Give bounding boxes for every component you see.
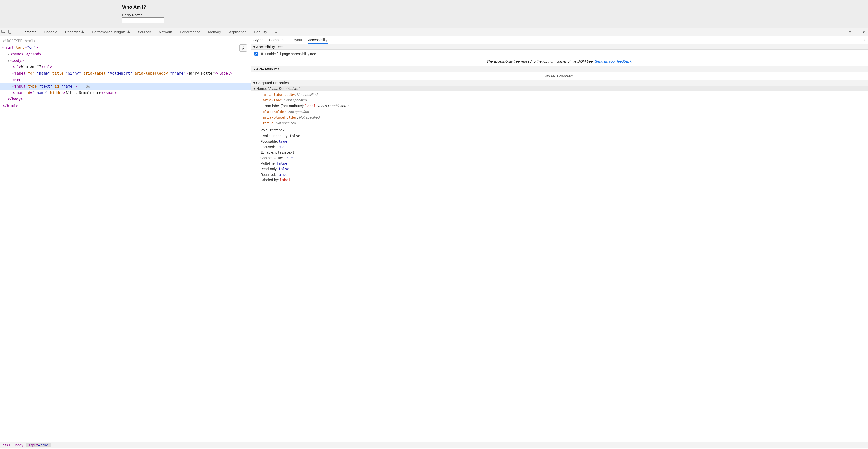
device-icon[interactable]: [8, 30, 12, 34]
svg-rect-1: [9, 30, 11, 33]
computed-name-row[interactable]: ▾ Name: "Albus Dumbledore": [251, 86, 868, 91]
breadcrumb-item[interactable]: body: [13, 443, 26, 447]
breadcrumb-item[interactable]: html: [0, 443, 13, 447]
name-source-row: aria-placeholder: Not specified: [263, 115, 866, 120]
enable-a11y-tree-label: Enable full-page accessibility tree: [265, 52, 316, 56]
svg-point-5: [857, 32, 857, 33]
a11y-hint: The accessibility tree moved to the top …: [251, 58, 868, 66]
svg-point-3: [857, 30, 857, 31]
close-icon[interactable]: [862, 30, 866, 34]
computed-prop-row: Labeled by: label: [260, 177, 866, 183]
computed-props-list: Role: textboxInvalid user entry: falseFo…: [251, 127, 868, 185]
page-heading: Who Am I?: [122, 4, 868, 10]
svg-point-4: [857, 31, 857, 32]
dom-html-close[interactable]: </html>: [1, 103, 251, 109]
computed-prop-row: Role: textbox: [260, 127, 866, 133]
tab-performance-insights[interactable]: Performance insights: [88, 28, 134, 36]
aria-none-text: No ARIA attributes: [251, 72, 868, 80]
computed-prop-row: Invalid user entry: false: [260, 133, 866, 139]
tabs-overflow[interactable]: »: [271, 28, 281, 36]
computed-prop-row: Focused: true: [260, 144, 866, 150]
dom-span[interactable]: <span id="hname" hidden>Albus Dumbledore…: [1, 90, 251, 96]
svg-point-2: [849, 31, 850, 32]
tab-performance[interactable]: Performance: [176, 28, 204, 36]
flask-icon: [81, 30, 84, 34]
name-source-row: aria-label: Not specified: [263, 97, 866, 103]
tab-network[interactable]: Network: [155, 28, 176, 36]
dom-doctype: <!DOCTYPE html>: [2, 39, 36, 43]
dom-html-open[interactable]: <html lang="en">: [1, 44, 251, 51]
name-source-row: placeholder: Not specified: [263, 109, 866, 115]
tab-recorder[interactable]: Recorder: [61, 28, 88, 36]
accessibility-tree-header[interactable]: ▾ Accessibility Tree: [251, 44, 868, 50]
tab-sources[interactable]: Sources: [134, 28, 155, 36]
kebab-icon[interactable]: [855, 30, 859, 34]
computed-prop-row: Read-only: false: [260, 166, 866, 172]
sidebar-tab-computed[interactable]: Computed: [269, 36, 286, 43]
dom-br[interactable]: <br>: [1, 77, 251, 83]
tab-elements[interactable]: Elements: [18, 28, 40, 36]
breadcrumb-item[interactable]: input#name: [26, 443, 51, 447]
computed-prop-row: Required: false: [260, 172, 866, 177]
flask-icon: [260, 52, 264, 56]
name-source-row: title: Not specified: [263, 120, 866, 126]
sidebar-tabs-overflow[interactable]: »: [863, 36, 866, 43]
tab-security[interactable]: Security: [250, 28, 271, 36]
feedback-link[interactable]: Send us your feedback.: [595, 59, 632, 63]
name-input[interactable]: [122, 18, 164, 23]
dom-head[interactable]: ▸<head>…</head>: [1, 51, 251, 57]
computed-prop-row: Focusable: true: [260, 139, 866, 144]
devtools-toolbar: ElementsConsoleRecorderPerformance insig…: [0, 28, 868, 36]
rendered-page: Who Am I? Harry Potter: [0, 0, 868, 28]
dom-body-close[interactable]: </body>: [1, 96, 251, 102]
computed-prop-row: Editable: plaintext: [260, 150, 866, 155]
tab-memory[interactable]: Memory: [204, 28, 225, 36]
name-source-row: aria-labelledby: Not specified: [263, 92, 866, 97]
dom-body-open[interactable]: ▾<body>: [1, 57, 251, 64]
chevron-down-icon: ▾: [253, 67, 255, 71]
sidebar-panel: StylesComputedLayoutAccessibility» ▾ Acc…: [251, 36, 868, 442]
name-source-row: From label (for= attribute): label "Albu…: [263, 103, 866, 109]
sidebar-tab-layout[interactable]: Layout: [291, 36, 303, 43]
dom-label[interactable]: <label for="name" title="Ginny" aria-lab…: [1, 70, 251, 77]
sidebar-tab-styles[interactable]: Styles: [253, 36, 264, 43]
svg-point-6: [243, 46, 244, 47]
name-sources-list: aria-labelledby: Not specifiedaria-label…: [251, 91, 868, 127]
enable-a11y-tree-checkbox[interactable]: [254, 52, 258, 56]
flask-icon: [127, 30, 130, 34]
computed-properties-header[interactable]: ▾ Computed Properties: [251, 80, 868, 86]
tab-console[interactable]: Console: [40, 28, 61, 36]
dom-h1[interactable]: <h1>Who Am I?</h1>: [1, 64, 251, 70]
dom-input-selected[interactable]: <input type="text" id="name"> == $0: [0, 83, 251, 90]
sidebar-tab-accessibility[interactable]: Accessibility: [308, 36, 328, 43]
dom-tree[interactable]: <!DOCTYPE html> <html lang="en"> ▸<head>…: [0, 36, 251, 442]
aria-attributes-header[interactable]: ▾ ARIA Attributes: [251, 66, 868, 72]
name-label: Harry Potter: [122, 13, 868, 17]
computed-prop-row: Multi-line: false: [260, 161, 866, 166]
chevron-down-icon: ▾: [253, 81, 255, 85]
dom-breadcrumb: htmlbodyinput#name: [0, 442, 868, 448]
computed-prop-row: Can set value: true: [260, 155, 866, 160]
settings-icon[interactable]: [848, 30, 852, 34]
chevron-down-icon: ▾: [253, 45, 255, 49]
chevron-down-icon: ▾: [253, 87, 255, 91]
inspect-icon[interactable]: [1, 30, 5, 34]
accessibility-tree-button[interactable]: [239, 44, 247, 52]
tab-application[interactable]: Application: [225, 28, 250, 36]
